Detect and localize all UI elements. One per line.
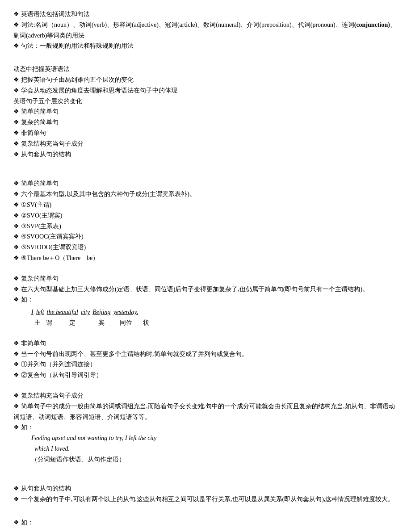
label-subject: 主 [31,318,44,328]
pattern-svp: ③SVP(主系表) [13,221,398,232]
pattern-svo: ②SVO(主谓宾) [13,210,398,221]
main-content: 英语语法包括词法和句法 词法:名词（noun）、动词(verb)、形容词(adj… [13,9,398,532]
section-nested-example: 如： The American economic system is organ… [13,517,398,532]
word-beijing: Beijing [92,307,110,318]
section-complex-structure: 复杂结构充当句子成分 简单句子中的成分一般由简单的词或词组充当,而随着句子变长变… [13,390,398,465]
pattern-sv: ①SV(主谓) [13,200,398,210]
pattern-there-be: ⑥There be＋O（There be） [13,253,398,264]
line-word-types: 词法:名词（noun）、动词(verb)、形容词(adjective)、冠词(a… [13,20,398,41]
example-complex-line1: Feeling upset and not wanting to try, I … [31,433,398,444]
nested-clauses-desc: 一个复杂的句子中,可以有两个以上的从句,这些从句相互之间可以是平行关系,也可以是… [13,494,398,505]
nested-clauses-title: 从句套从句的结构 [13,483,398,494]
complex-structure-title: 复杂结构充当句子成分 [13,390,398,401]
label-adverbial: 状 [139,318,153,328]
complex-structure-desc: 简单句子中的成分一般由简单的词或词组充当,而随着句子变长变难,句中的一个成分可能… [13,401,398,423]
section-complex-simple: 复杂的简单句 在六大句型基础上加三大修饰成分(定语、状语、同位语)后句子变得更加… [13,273,398,328]
grammar-labels-row: 主 谓 定 宾 同位 状 [31,318,398,328]
section-nested-clauses: 从句套从句的结构 一个复杂的句子中,可以有两个以上的从句,这些从句相互之间可以是… [13,483,398,505]
section-non-simple: 非简单句 当一个句号前出现两个、甚至更多个主谓结构时,简单句就变成了并列句或复合… [13,338,398,381]
line-grammar-intro: 英语语法包括词法和句法 [13,9,398,20]
word-the-beautiful: the beautiful [47,307,78,318]
non-simple-title: 非简单句 [13,338,398,349]
complex-sentence: ②复合句（从句引导词引导） [13,370,398,381]
label-object: 宾 [90,318,113,328]
example-sentence-block: I left the beautiful city Beijing yester… [31,307,398,328]
label-attribute: 定 [55,318,90,328]
complex-simple-example-intro: 如： [13,294,398,305]
complex-structure-example-intro: 如： [13,422,398,433]
pattern-sviodo: ⑤SVIODO(主谓双宾语) [13,242,398,253]
example-complex-line2: which I loved. [31,444,398,454]
label-appositive: 同位 [113,318,139,328]
label-predicate: 谓 [44,318,55,328]
non-simple-desc: 当一个句号前出现两个、甚至更多个主谓结构时,简单句就变成了并列句或复合句。 [13,349,398,360]
word-left: left [36,307,44,318]
dynamic-grammar-title: 动态中把握英语语法 [13,64,398,75]
nested-example-block: The American economic system is organize… [31,530,398,532]
level-5: 从句套从句的结构 [13,149,398,160]
word-I: I [31,307,34,318]
section-grammar-overview: 英语语法包括词法和句法 词法:名词（noun）、动词(verb)、形容词(adj… [13,9,398,51]
six-patterns-intro: 六个最基本句型,以及其中包含的六种句子成分(主谓宾系表补)。 [13,189,398,200]
level-2: 复杂的简单句 [13,117,398,128]
line-dynamic-perspective: 学会从动态发展的角度去理解和思考语法在句子中的体现 [13,85,398,96]
word-yesterday: yesterday. [113,307,138,318]
example-line-1: I left the beautiful city Beijing yester… [31,307,398,318]
level-4: 复杂结构充当句子成分 [13,138,398,149]
section-simple-sentence: 简单的简单句 六个最基本句型,以及其中包含的六种句子成分(主谓宾系表补)。 ①S… [13,178,398,263]
example-complex-note: （分词短语作状语、从句作定语） [31,454,398,465]
level-3: 非简单句 [13,128,398,138]
line-syntax: 句法：一般规则的用法和特殊规则的用法 [13,41,398,51]
level-1: 简单的简单句 [13,106,398,117]
complex-simple-title: 复杂的简单句 [13,273,398,284]
simple-sentence-title: 简单的简单句 [13,178,398,189]
section-dynamic-grammar: 动态中把握英语语法 把握英语句子由易到难的五个层次的变化 学会从动态发展的角度去… [13,64,398,159]
complex-simple-desc: 在六大句型基础上加三大修饰成分(定语、状语、同位语)后句子变得更加复杂了,但仍属… [13,284,398,295]
five-levels-title: 英语句子五个层次的变化 [13,96,398,107]
nested-example-intro: 如： [13,517,398,528]
pattern-svooc: ④SVOOC(主谓宾宾补) [13,231,398,242]
line-five-levels: 把握英语句子由易到难的五个层次的变化 [13,75,398,85]
word-city: city [81,307,90,318]
compound-sentence: ①并列句（并列连词连接） [13,359,398,370]
